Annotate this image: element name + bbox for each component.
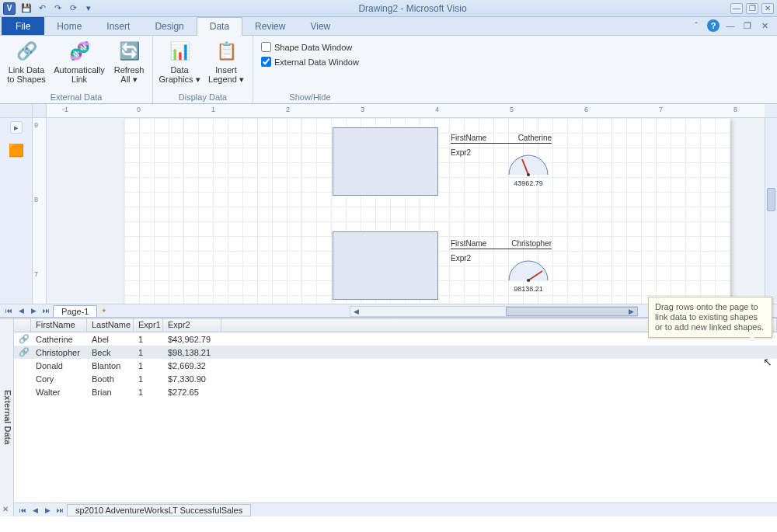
data-graphics-icon: 📊 [167, 39, 192, 64]
tab-insert[interactable]: Insert [94, 17, 142, 35]
ribbon-minimize-icon[interactable]: ˆ [690, 19, 702, 32]
group-show-hide: Shape Data Window External Data Window S… [253, 36, 367, 103]
minimize-button[interactable]: — [730, 3, 743, 14]
scroll-right-icon[interactable]: ▶ [625, 307, 636, 316]
insert-legend-icon: 📋 [214, 39, 239, 64]
prev-ds-button[interactable]: ◀ [30, 505, 40, 516]
external-data-pane-label: External Data ✕ [0, 318, 14, 516]
table-row[interactable]: 🔗 ChristopherBeck1$98,138.21 [14, 346, 777, 359]
svg-point-3 [527, 279, 530, 282]
redo-icon[interactable]: ↷ [51, 2, 64, 15]
data-graphics-button[interactable]: 📊 Data Graphics ▾ [158, 37, 201, 84]
workspace: ▸ 🟧 987 FirstNameCatherine Expr2 43962.7… [0, 118, 777, 304]
column-header[interactable]: Expr2 [163, 318, 221, 332]
ruler-row: -1012345678 [0, 104, 777, 118]
link-icon [14, 378, 31, 380]
tab-file[interactable]: File [2, 17, 44, 35]
table-row[interactable]: CoryBooth1$7,330.90 [14, 372, 777, 385]
undo-icon[interactable]: ↶ [36, 2, 48, 15]
shape-rectangle[interactable] [333, 231, 438, 300]
drawing-canvas[interactable]: FirstNameCatherine Expr2 43962.79 FirstN… [47, 118, 765, 304]
gauge-icon: 98138.21 [505, 257, 552, 283]
refresh-all-button[interactable]: 🔄 Refresh All ▾ [110, 37, 148, 84]
help-icon[interactable]: ? [707, 19, 720, 32]
shape-rectangle[interactable] [333, 127, 438, 196]
group-display-data: 📊 Data Graphics ▾ 📋 Insert Legend ▾ Disp… [153, 36, 253, 103]
automatically-link-button[interactable]: 🧬 Automatically Link [51, 37, 107, 84]
window-title: Drawing2 - Microsoft Visio [95, 3, 730, 14]
drawing-page[interactable]: FirstNameCatherine Expr2 43962.79 FirstN… [124, 118, 730, 304]
chevron-down-icon: ▾ [239, 75, 244, 84]
next-ds-button[interactable]: ▶ [42, 505, 53, 516]
auto-link-icon: 🧬 [67, 39, 92, 64]
column-header[interactable]: Expr1 [134, 318, 163, 332]
link-icon [14, 391, 31, 393]
shapes-panel-collapsed: ▸ 🟧 [0, 118, 33, 304]
table-row[interactable]: DonaldBlanton1$2,669.32 [14, 359, 777, 372]
title-bar: V 💾 ↶ ↷ ⟳ ▾ Drawing2 - Microsoft Visio —… [0, 0, 777, 17]
scroll-left-icon[interactable]: ◀ [350, 307, 361, 316]
datasource-tab[interactable]: sp2010 AdventureWorksLT SuccessfulSales [67, 504, 251, 516]
table-body: 🔗 CatherineAbel1$43,962.79🔗 ChristopherB… [14, 332, 777, 502]
close-pane-button[interactable]: ✕ [2, 505, 9, 513]
tab-review[interactable]: Review [242, 17, 298, 35]
page-tab[interactable]: Page-1 [53, 305, 97, 317]
group-label: Show/Hide [258, 91, 362, 103]
maximize-button[interactable]: ❐ [746, 3, 758, 14]
ribbon-tabs: File Home Insert Design Data Review View… [0, 17, 777, 36]
tab-data[interactable]: Data [197, 17, 242, 36]
link-icon: 🔗 [14, 333, 31, 345]
data-callout: FirstNameCatherine Expr2 43962.79 [451, 134, 552, 178]
link-data-to-shapes-button[interactable]: 🔗 Link Data to Shapes [5, 37, 48, 84]
save-icon[interactable]: 💾 [20, 2, 33, 15]
close-button[interactable]: ✕ [761, 3, 774, 14]
ribbon: 🔗 Link Data to Shapes 🧬 Automatically Li… [0, 36, 777, 104]
group-label: Display Data [158, 91, 248, 103]
horizontal-scrollbar[interactable]: ◀ ▶ [350, 306, 637, 317]
shapes-stencil-icon[interactable]: 🟧 [8, 141, 25, 158]
next-page-button[interactable]: ▶ [28, 305, 39, 316]
link-icon: 🔗 [14, 346, 31, 358]
tab-view[interactable]: View [298, 17, 343, 35]
doc-minimize-icon[interactable]: — [724, 19, 737, 32]
last-page-button[interactable]: ⏭ [40, 305, 51, 316]
scrollbar-thumb[interactable] [506, 307, 638, 316]
svg-point-1 [527, 173, 530, 176]
insert-legend-button[interactable]: 📋 Insert Legend ▾ [204, 37, 248, 84]
prev-page-button[interactable]: ◀ [16, 305, 26, 316]
expand-shapes-button[interactable]: ▸ [10, 121, 23, 134]
datasource-tab-bar: ⏮ ◀ ▶ ⏭ sp2010 AdventureWorksLT Successf… [14, 502, 777, 516]
tab-design[interactable]: Design [142, 17, 196, 35]
table-row[interactable]: WalterBrian1$272.65 [14, 385, 777, 398]
new-page-button[interactable]: ✦ [99, 305, 110, 316]
gauge-icon: 43962.79 [505, 151, 552, 178]
column-header[interactable]: LastName [87, 318, 134, 332]
hint-tooltip: Drag rows onto the page to link data to … [648, 297, 772, 338]
first-page-button[interactable]: ⏮ [3, 305, 14, 316]
first-ds-button[interactable]: ⏮ [17, 505, 28, 516]
external-data-table: FirstName LastName Expr1 Expr2 🔗 Catheri… [14, 318, 777, 516]
chevron-down-icon: ▾ [133, 75, 138, 84]
shape-data-window-checkbox[interactable]: Shape Data Window [258, 40, 355, 54]
tab-home[interactable]: Home [44, 17, 94, 35]
scrollbar-thumb[interactable] [767, 188, 775, 211]
external-data-pane: External Data ✕ FirstName LastName Expr1… [0, 318, 777, 516]
quick-access-toolbar: 💾 ↶ ↷ ⟳ ▾ [20, 2, 95, 15]
chevron-down-icon: ▾ [196, 75, 200, 84]
link-data-icon: 🔗 [14, 39, 39, 64]
vertical-ruler: 987 [33, 118, 47, 304]
column-header[interactable]: FirstName [31, 318, 87, 332]
doc-close-icon[interactable]: ✕ [758, 19, 771, 32]
data-callout: FirstNameChristopher Expr2 98138.21 [451, 239, 552, 283]
vertical-scrollbar[interactable] [765, 118, 777, 304]
group-label: External Data [5, 91, 148, 103]
checkbox-icon[interactable] [261, 57, 271, 67]
doc-restore-icon[interactable]: ❐ [741, 19, 754, 32]
checkbox-icon[interactable] [261, 42, 271, 52]
refresh-icon[interactable]: ⟳ [67, 2, 79, 15]
qat-dropdown-icon[interactable]: ▾ [82, 2, 95, 15]
link-icon [14, 365, 31, 367]
horizontal-ruler: -1012345678 [47, 104, 765, 117]
external-data-window-checkbox[interactable]: External Data Window [258, 55, 362, 68]
last-ds-button[interactable]: ⏭ [54, 505, 65, 516]
